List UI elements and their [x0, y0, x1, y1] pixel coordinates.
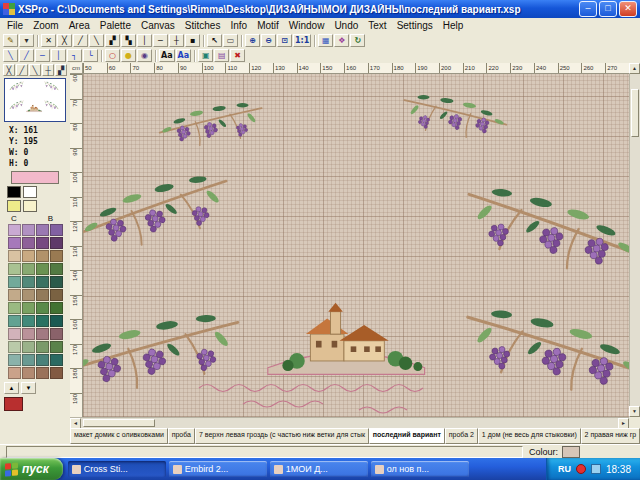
palette-swatch[interactable] [36, 354, 49, 366]
bead-dark-tool[interactable]: ◉ [137, 49, 152, 62]
taskbar-task[interactable]: 1МОИ Д... [270, 461, 368, 477]
text-tool-black[interactable]: Aa [159, 49, 175, 62]
palette-scroll-up-button[interactable]: ▲ [4, 382, 19, 394]
palette-swatch[interactable] [50, 367, 63, 379]
grid-toggle[interactable]: ▦ [318, 34, 333, 47]
palette-swatch[interactable] [50, 328, 63, 340]
start-button[interactable]: пуск [0, 458, 63, 480]
pattern-tab[interactable]: проба 2 [445, 428, 478, 444]
maximize-button[interactable]: □ [599, 1, 617, 17]
horizontal-scroll-thumb[interactable] [83, 419, 155, 427]
bead-tool[interactable]: ● [121, 49, 136, 62]
palette-swatch[interactable] [50, 289, 63, 301]
area-select-tool[interactable]: ▭ [223, 34, 238, 47]
needle-tool-2[interactable]: ╱ [16, 64, 28, 76]
menu-stitches[interactable]: Stitches [180, 19, 226, 32]
stitch-canvas[interactable] [83, 74, 629, 417]
needle-tool-1[interactable]: ╳ [3, 64, 15, 76]
motif-fill-purple[interactable]: ▤ [214, 49, 229, 62]
motif-fill-teal[interactable]: ▣ [198, 49, 213, 62]
palette-swatch[interactable] [22, 237, 35, 249]
palette-swatch[interactable] [23, 186, 37, 198]
palette-swatch[interactable] [22, 263, 35, 275]
palette-swatch[interactable] [36, 224, 49, 236]
stitch-horizontal[interactable]: ─ [153, 34, 168, 47]
needle-tool-5[interactable]: ▞ [55, 64, 67, 76]
palette-swatch[interactable] [36, 328, 49, 340]
palette-swatch[interactable] [7, 200, 21, 212]
stitch-half-forward[interactable]: ╱ [73, 34, 88, 47]
zoom-in-tool[interactable]: ⊕ [245, 34, 260, 47]
palette-swatch[interactable] [22, 328, 35, 340]
taskbar-task[interactable]: Cross Sti... [68, 461, 166, 477]
palette-swatch[interactable] [50, 263, 63, 275]
palette-swatch[interactable] [36, 289, 49, 301]
menu-palette[interactable]: Palette [95, 19, 136, 32]
vertical-scrollbar[interactable]: ▲ ▼ [629, 63, 640, 417]
selected-colour-swatch[interactable] [11, 171, 59, 184]
palette-swatch[interactable] [22, 341, 35, 353]
delete-stitch-tool[interactable]: ✖ [230, 49, 245, 62]
backstitch-horizontal[interactable]: ─ [35, 49, 50, 62]
palette-swatch[interactable] [36, 263, 49, 275]
menu-zoom[interactable]: Zoom [28, 19, 64, 32]
stitch-three-quarter[interactable]: ▚ [121, 34, 136, 47]
palette-view[interactable]: ❖ [334, 34, 349, 47]
pattern-tab[interactable]: 7 верхн левая гроздь (с частью ниж ветки… [195, 428, 369, 444]
select-arrow-tool[interactable]: ↖ [207, 34, 222, 47]
pattern-tab[interactable]: последний вариант [369, 428, 445, 444]
pattern-tab[interactable]: 1 дом (не весь для стыковки) [478, 428, 581, 444]
pencil-dropdown-arrow[interactable]: ▾ [19, 34, 34, 47]
palette-swatch[interactable] [8, 367, 21, 379]
menu-window[interactable]: Window [284, 19, 330, 32]
palette-swatch[interactable] [23, 200, 37, 212]
stitch-plus[interactable]: ┼ [169, 34, 184, 47]
text-tool-blue[interactable]: Aa [176, 49, 192, 62]
palette-swatch[interactable] [8, 315, 21, 327]
palette-swatch[interactable] [8, 237, 21, 249]
palette-swatch[interactable] [8, 354, 21, 366]
scroll-up-arrow[interactable]: ▲ [629, 63, 640, 74]
stitch-double-cross[interactable]: ╳ [57, 34, 72, 47]
stitch-quarter[interactable]: ▞ [105, 34, 120, 47]
language-indicator[interactable]: RU [558, 464, 571, 474]
palette-swatch[interactable] [22, 289, 35, 301]
menu-file[interactable]: File [2, 19, 28, 32]
menu-info[interactable]: Info [225, 19, 252, 32]
palette-swatch[interactable] [50, 237, 63, 249]
palette-swatch[interactable] [8, 289, 21, 301]
pencil-tool[interactable]: ✎ [3, 34, 18, 47]
needle-tool-4[interactable]: ┼ [42, 64, 54, 76]
stitch-petite[interactable]: ▪ [185, 34, 200, 47]
backstitch-ne-sw[interactable]: ╱ [19, 49, 34, 62]
palette-swatch[interactable] [22, 250, 35, 262]
palette-swatch[interactable] [22, 276, 35, 288]
palette-swatch[interactable] [36, 302, 49, 314]
palette-swatch[interactable] [8, 263, 21, 275]
palette-swatch[interactable] [36, 276, 49, 288]
zoom-area-tool[interactable]: ⊡ [277, 34, 292, 47]
close-button[interactable]: ✕ [619, 1, 637, 17]
backstitch-vertical[interactable]: │ [51, 49, 66, 62]
palette-swatch[interactable] [50, 302, 63, 314]
palette-swatch[interactable] [22, 367, 35, 379]
stitch-full-cross[interactable]: ✕ [41, 34, 56, 47]
palette-swatch[interactable] [50, 315, 63, 327]
palette-swatch[interactable] [50, 354, 63, 366]
french-knot-tool[interactable]: ○ [105, 49, 120, 62]
palette-swatch[interactable] [50, 341, 63, 353]
pattern-tab[interactable]: 2 правая ниж гр [581, 428, 640, 444]
menu-area[interactable]: Area [64, 19, 95, 32]
palette-swatch[interactable] [22, 315, 35, 327]
palette-swatch[interactable] [36, 250, 49, 262]
palette-swatch[interactable] [22, 224, 35, 236]
tray-volume-icon[interactable] [591, 464, 601, 474]
palette-swatch[interactable] [8, 302, 21, 314]
palette-swatch[interactable] [22, 302, 35, 314]
palette-swatch[interactable] [50, 250, 63, 262]
palette-swatch[interactable] [36, 367, 49, 379]
palette-swatch[interactable] [36, 341, 49, 353]
vertical-scroll-thumb[interactable] [631, 89, 639, 137]
zoom-out-tool[interactable]: ⊖ [261, 34, 276, 47]
taskbar-task[interactable]: ол нов п... [371, 461, 469, 477]
